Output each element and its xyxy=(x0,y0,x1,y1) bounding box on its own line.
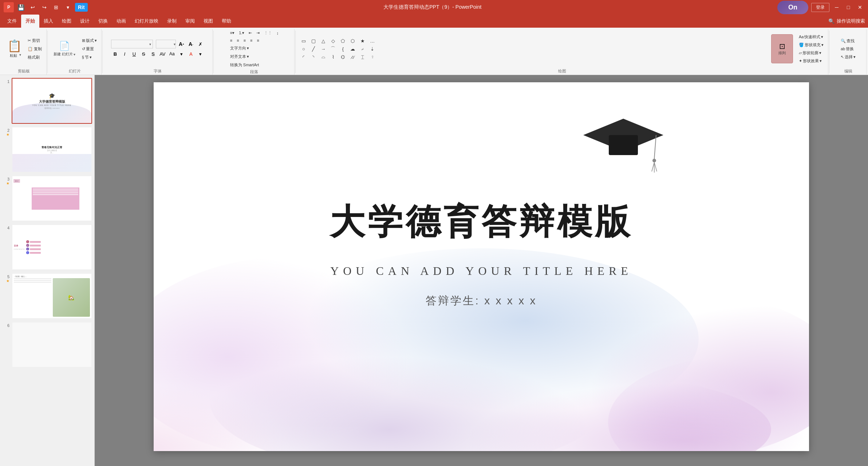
shape-scroll-down[interactable]: ⇣ xyxy=(368,45,377,52)
slide-thumb-4[interactable]: 目录 CONTENTS 1 2 xyxy=(12,224,92,270)
slide-item-6[interactable]: 6 xyxy=(2,322,92,368)
align-more-button[interactable]: ≡ xyxy=(255,37,260,43)
more-icon[interactable]: ▾ xyxy=(63,3,72,12)
font-name-dropdown[interactable]: ▾ xyxy=(149,42,153,46)
customize-icon[interactable]: ⊞ xyxy=(52,3,60,12)
shape-line[interactable]: ╱ xyxy=(309,45,318,52)
section-button[interactable]: § 节 ▾ xyxy=(80,54,98,61)
shape-diamond[interactable]: ◇ xyxy=(329,37,338,44)
underline-button[interactable]: U xyxy=(130,50,138,58)
slide-thumb-6[interactable] xyxy=(12,322,92,368)
numbering-button[interactable]: 1.▾ xyxy=(237,30,246,36)
close-icon[interactable]: ✕ xyxy=(856,3,864,12)
shape-fill-button[interactable]: 🪣 形状填充 ▾ xyxy=(797,42,825,48)
quick-styles-button[interactable]: Aa 快速样式 ▾ xyxy=(797,33,825,40)
strikethrough-button[interactable]: S xyxy=(139,50,147,58)
reset-button[interactable]: ↺ 重置 xyxy=(80,46,98,52)
shape-custom6[interactable]: ⌭ xyxy=(348,53,357,60)
slide-thumb-2[interactable]: 青春无悔 时光正青 【个人简介】 其… xyxy=(12,127,92,173)
copy-button[interactable]: 📋 复制 xyxy=(26,46,43,52)
slide-thumb-1[interactable]: 🎓 大学德育答辩模版 YOU CAN ADD YOUR TITLE HERE 答… xyxy=(12,78,92,124)
bold-button[interactable]: B xyxy=(111,50,119,58)
menu-item-file[interactable]: 文件 xyxy=(3,15,21,28)
slide-subtitle[interactable]: YOU CAN ADD YOUR TITLE HERE xyxy=(154,264,809,278)
minimize-icon[interactable]: ─ xyxy=(832,3,841,12)
shape-hexagon[interactable]: ⬡ xyxy=(348,37,357,44)
align-right-button[interactable]: ≡ xyxy=(242,37,247,43)
justify-button[interactable]: ≡ xyxy=(249,37,254,43)
restore-icon[interactable]: □ xyxy=(844,3,853,12)
smartart-button[interactable]: 转换为 SmartArt xyxy=(229,62,260,68)
shadow-button[interactable]: S xyxy=(149,50,157,58)
format-painter-button[interactable]: 格式刷 xyxy=(26,54,43,61)
shape-circle[interactable]: ○ xyxy=(299,45,308,52)
shape-pentagon[interactable]: ⬠ xyxy=(339,37,347,44)
text-direction-button[interactable]: 文字方向 ▾ xyxy=(229,45,250,52)
increase-indent-button[interactable]: ⇥ xyxy=(255,30,261,36)
shape-brace[interactable]: { xyxy=(339,45,347,52)
menu-item-draw[interactable]: 绘图 xyxy=(58,15,76,28)
shape-custom1[interactable]: ◜ xyxy=(299,53,308,60)
shape-outline-button[interactable]: ▱ 形状轮廓 ▾ xyxy=(797,50,825,56)
shape-banner[interactable]: ⌿ xyxy=(358,45,367,52)
shape-custom7[interactable]: ⌶ xyxy=(358,53,367,60)
shape-cloud[interactable]: ☁ xyxy=(348,45,357,52)
font-color-button[interactable]: A xyxy=(187,50,195,58)
redo-icon[interactable]: ↪ xyxy=(40,3,49,12)
save-icon[interactable]: 💾 xyxy=(17,3,25,12)
shape-custom5[interactable]: ⌬ xyxy=(339,53,347,60)
slide-thumb-5[interactable]: 《论语》做人… 🏡 xyxy=(12,273,92,319)
clear-format-button[interactable]: ✗ xyxy=(196,40,204,48)
new-slide-icon[interactable]: 📄 xyxy=(59,41,70,51)
slide-item-1[interactable]: 1 🎓 大学德育答辩模版 YOU CAN ADD YOUR TITLE HERE… xyxy=(2,78,92,124)
menu-item-design[interactable]: 设计 xyxy=(76,15,94,28)
font-size-aa-button[interactable]: Aa xyxy=(168,50,176,58)
menu-item-home[interactable]: 开始 xyxy=(21,15,39,28)
paste-label[interactable]: 粘贴 xyxy=(8,53,19,59)
font-spacing-button[interactable]: AV xyxy=(158,50,166,58)
shape-star[interactable]: ★ xyxy=(358,37,367,44)
main-slide[interactable]: 大学德育答辩模版 YOU CAN ADD YOUR TITLE HERE 答辩学… xyxy=(154,82,809,451)
menu-item-record[interactable]: 录制 xyxy=(163,15,181,28)
menu-item-transitions[interactable]: 切换 xyxy=(94,15,112,28)
menu-item-review[interactable]: 审阅 xyxy=(181,15,199,28)
shape-more[interactable]: … xyxy=(368,37,377,44)
paste-dropdown[interactable]: ▾ xyxy=(19,53,21,59)
slide-item-5[interactable]: 5 ★ 《论语》做人… 🏡 xyxy=(2,273,92,319)
login-button[interactable]: 登录 xyxy=(811,3,829,12)
menu-item-slideshow[interactable]: 幻灯片放映 xyxy=(130,15,163,28)
align-text-button[interactable]: 对齐文本 ▾ xyxy=(229,53,250,60)
font-size-dropdown[interactable]: ▾ xyxy=(174,42,175,46)
shape-effect-button[interactable]: ✦ 形状效果 ▾ xyxy=(797,58,825,64)
arrange-button[interactable]: ⊡ 排列 xyxy=(771,34,793,63)
shape-arrow[interactable]: → xyxy=(319,45,328,52)
find-button[interactable]: 🔍 查找 xyxy=(839,37,857,44)
new-slide-label[interactable]: 新建 幻灯片 xyxy=(54,52,73,57)
slide-item-2[interactable]: 2 ★ 青春无悔 时光正青 【个人简介】 其… xyxy=(2,127,92,173)
shapes-dropdown[interactable]: ⇧ xyxy=(368,53,377,60)
font-dropdown-button[interactable]: ▾ xyxy=(177,50,185,58)
align-center-button[interactable]: ≡ xyxy=(235,37,240,43)
columns-button[interactable]: ⋮⋮ xyxy=(263,30,273,36)
shape-round-rect[interactable]: ▢ xyxy=(309,37,318,44)
cut-button[interactable]: ✂ 剪切 xyxy=(26,37,43,44)
shape-rect[interactable]: ▭ xyxy=(299,37,308,44)
shape-custom3[interactable]: ⌓ xyxy=(319,53,328,60)
layout-button[interactable]: ⊞ 版式 ▾ xyxy=(80,37,98,44)
paste-icon[interactable]: 📋 xyxy=(7,39,22,53)
menu-item-view[interactable]: 视图 xyxy=(199,15,217,28)
slide-main-title[interactable]: 大学德育答辩模版 xyxy=(154,199,809,246)
slide-item-4[interactable]: 4 目录 CONTENTS 1 xyxy=(2,224,92,270)
increase-font-button[interactable]: A+ xyxy=(177,40,185,48)
menu-item-insert[interactable]: 插入 xyxy=(39,15,58,28)
italic-button[interactable]: I xyxy=(121,50,129,58)
menu-item-help[interactable]: 帮助 xyxy=(217,15,236,28)
font-color-dropdown[interactable]: ▾ xyxy=(196,50,204,58)
shape-triangle[interactable]: △ xyxy=(319,37,328,44)
decrease-font-button[interactable]: A- xyxy=(187,40,195,48)
undo-icon[interactable]: ↩ xyxy=(28,3,37,12)
new-slide-dropdown[interactable]: ▾ xyxy=(74,52,75,56)
align-left-button[interactable]: ≡ xyxy=(229,37,234,43)
bullets-button[interactable]: ≡▾ xyxy=(229,30,236,36)
on-button[interactable]: On xyxy=(777,1,808,14)
